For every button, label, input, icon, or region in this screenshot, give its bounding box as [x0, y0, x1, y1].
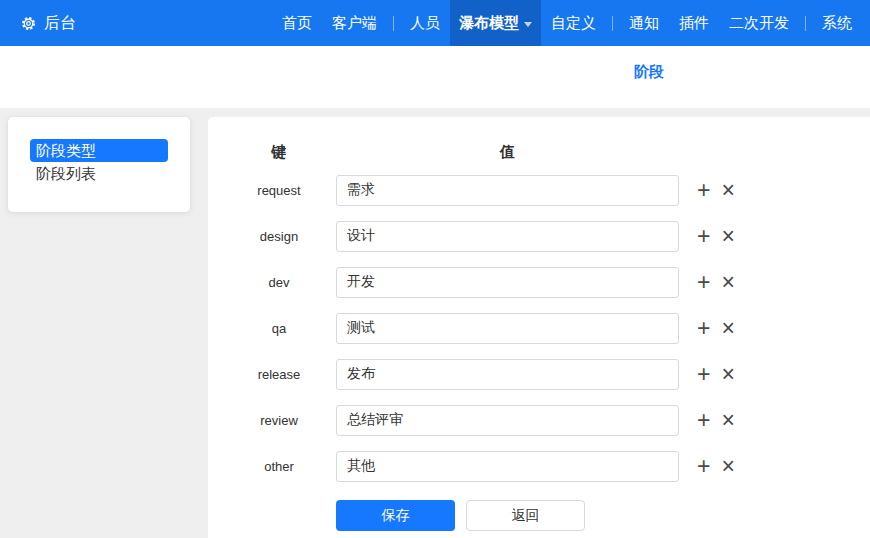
row-value-input-review[interactable]	[336, 405, 679, 436]
nav-item-notification[interactable]: 通知	[619, 0, 669, 46]
remove-row-icon[interactable]: ×	[721, 317, 734, 340]
nav-item-waterfall-model[interactable]: 瀑布模型	[450, 0, 541, 46]
form-row: other + ×	[208, 443, 870, 489]
add-row-icon[interactable]: +	[697, 225, 710, 248]
nav-divider	[393, 16, 394, 31]
nav-item-label: 通知	[629, 14, 659, 33]
nav-item-label: 二次开发	[729, 14, 789, 33]
nav-item-label: 瀑布模型	[459, 14, 519, 33]
remove-row-icon[interactable]: ×	[721, 271, 734, 294]
add-row-icon[interactable]: +	[697, 409, 710, 432]
app-brand[interactable]: 后台	[20, 13, 76, 34]
button-row: 保存 返回	[336, 500, 870, 531]
nav-item-custom[interactable]: 自定义	[541, 0, 606, 46]
sidebar: 阶段类型阶段列表	[8, 117, 190, 212]
row-value-input-design[interactable]	[336, 221, 679, 252]
sidebar-item-phase-type[interactable]: 阶段类型	[30, 139, 168, 162]
row-value-input-dev[interactable]	[336, 267, 679, 298]
save-button[interactable]: 保存	[336, 500, 455, 531]
remove-row-icon[interactable]: ×	[721, 409, 734, 432]
sub-nav-bar: 阶段	[0, 46, 870, 108]
remove-row-icon[interactable]: ×	[721, 179, 734, 202]
nav-menu: 首页客户端人员瀑布模型自定义通知插件二次开发系统	[272, 0, 862, 46]
nav-item-client[interactable]: 客户端	[322, 0, 387, 46]
add-row-icon[interactable]: +	[697, 455, 710, 478]
row-value-input-qa[interactable]	[336, 313, 679, 344]
row-key-label: dev	[208, 275, 336, 290]
form-row: dev + ×	[208, 259, 870, 305]
nav-item-label: 首页	[282, 14, 312, 33]
row-key-label: release	[208, 367, 336, 382]
row-key-label: design	[208, 229, 336, 244]
row-key-label: other	[208, 459, 336, 474]
row-key-label: qa	[208, 321, 336, 336]
sidebar-item-phase-list[interactable]: 阶段列表	[30, 162, 168, 185]
add-row-icon[interactable]: +	[697, 363, 710, 386]
nav-item-personnel[interactable]: 人员	[400, 0, 450, 46]
main-panel: 键 值 request + × design + × dev + × qa + …	[208, 117, 870, 538]
row-value-input-request[interactable]	[336, 175, 679, 206]
row-key-label: review	[208, 413, 336, 428]
nav-item-system[interactable]: 系统	[812, 0, 862, 46]
nav-item-label: 插件	[679, 14, 709, 33]
remove-row-icon[interactable]: ×	[721, 363, 734, 386]
form-rows: request + × design + × dev + × qa + × re…	[208, 167, 870, 489]
form-row: review + ×	[208, 397, 870, 443]
content-area: 阶段类型阶段列表 键 值 request + × design + × dev …	[0, 108, 870, 538]
row-value-input-other[interactable]	[336, 451, 679, 482]
nav-divider	[805, 16, 806, 31]
add-row-icon[interactable]: +	[697, 271, 710, 294]
chevron-down-icon	[524, 22, 532, 27]
nav-item-secondary-dev[interactable]: 二次开发	[719, 0, 799, 46]
form-row: request + ×	[208, 167, 870, 213]
brand-title: 后台	[44, 13, 76, 34]
nav-divider	[612, 16, 613, 31]
top-nav-bar: 后台 首页客户端人员瀑布模型自定义通知插件二次开发系统	[0, 0, 870, 46]
value-column-header: 值	[336, 143, 679, 162]
subnav-item-phase[interactable]: 阶段	[634, 63, 664, 82]
add-row-icon[interactable]: +	[697, 317, 710, 340]
form-row: release + ×	[208, 351, 870, 397]
nav-item-home[interactable]: 首页	[272, 0, 322, 46]
remove-row-icon[interactable]: ×	[721, 455, 734, 478]
form-row: design + ×	[208, 213, 870, 259]
nav-item-label: 系统	[822, 14, 852, 33]
back-button[interactable]: 返回	[466, 500, 585, 531]
nav-item-plugin[interactable]: 插件	[669, 0, 719, 46]
nav-item-label: 人员	[410, 14, 440, 33]
add-row-icon[interactable]: +	[697, 179, 710, 202]
nav-item-label: 自定义	[551, 14, 596, 33]
form-row: qa + ×	[208, 305, 870, 351]
key-column-header: 键	[208, 143, 336, 162]
remove-row-icon[interactable]: ×	[721, 225, 734, 248]
form-header: 键 值	[208, 137, 870, 167]
row-key-label: request	[208, 183, 336, 198]
nav-item-label: 客户端	[332, 14, 377, 33]
row-value-input-release[interactable]	[336, 359, 679, 390]
gear-icon	[20, 15, 37, 32]
